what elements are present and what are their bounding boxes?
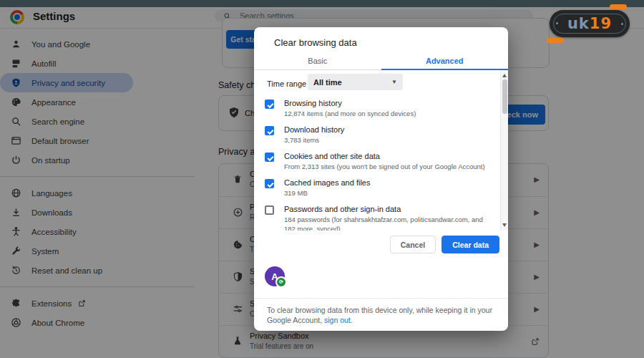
- dialog-divider: [254, 298, 508, 299]
- option-title: Passwords and other sign-in data: [284, 205, 487, 214]
- checkbox[interactable]: [265, 179, 274, 188]
- option-subtitle: From 2,313 sites (you won't be signed ou…: [284, 162, 487, 171]
- time-range-value: All time: [313, 78, 342, 87]
- option-cached-images[interactable]: Cached images and files 319 MB: [265, 178, 494, 198]
- option-title: Cookies and other site data: [284, 152, 487, 161]
- clear-data-options: Browsing history 12,874 items (and more …: [265, 99, 494, 231]
- option-download-history[interactable]: Download history 3,783 items: [265, 125, 494, 145]
- watermark-dot: [556, 22, 558, 24]
- checkbox[interactable]: [265, 126, 274, 135]
- clear-data-button[interactable]: Clear data: [441, 236, 499, 253]
- watermark-dot: [621, 23, 623, 25]
- watermark-orange-bar: [610, 4, 627, 9]
- sign-out-link[interactable]: sign out: [324, 316, 351, 324]
- option-title: Download history: [284, 125, 487, 135]
- note-text: Account,: [293, 316, 324, 324]
- checkbox[interactable]: [265, 205, 274, 215]
- account-avatar: A ⟳: [265, 266, 285, 286]
- time-range-label: Time range: [267, 79, 306, 88]
- option-subtitle: 12,874 items (and more on synced devices…: [284, 109, 487, 118]
- dialog-actions: Cancel Clear data: [390, 236, 499, 253]
- watermark-pill: uk19: [550, 10, 630, 37]
- sign-out-note: To clear browsing data from this device …: [267, 305, 497, 325]
- checkbox[interactable]: [265, 100, 274, 109]
- tab-basic[interactable]: Basic: [254, 54, 381, 69]
- option-cookies[interactable]: Cookies and other site data From 2,313 s…: [265, 152, 494, 171]
- cancel-button[interactable]: Cancel: [390, 236, 436, 253]
- option-passwords[interactable]: Passwords and other sign-in data 184 pas…: [265, 205, 494, 231]
- watermark-orange-bar: [547, 38, 564, 43]
- tab-advanced[interactable]: Advanced: [381, 54, 509, 70]
- option-subtitle: 3,783 items: [284, 135, 487, 145]
- clear-browsing-data-dialog: Clear browsing data Basic Advanced Time …: [254, 27, 508, 331]
- option-subtitle: 184 passwords (for shahrsakhtafzar.com, …: [284, 215, 487, 231]
- sync-badge-icon: ⟳: [275, 276, 287, 288]
- dialog-scrollbar[interactable]: [500, 70, 508, 231]
- option-title: Cached images and files: [284, 178, 487, 188]
- dialog-title: Clear browsing data: [274, 37, 357, 48]
- dialog-scroll-area: Time range All time ▼ Browsing history 1…: [254, 70, 508, 231]
- dialog-tabs: Basic Advanced: [254, 54, 508, 70]
- option-subtitle: 319 MB: [284, 188, 487, 198]
- watermark-text-left: uk: [567, 15, 590, 32]
- watermark-text-right: 19: [590, 15, 612, 32]
- note-text: .: [351, 316, 353, 324]
- option-title: Browsing history: [284, 99, 487, 108]
- scrollbar-up-arrow[interactable]: [502, 74, 507, 77]
- checkbox[interactable]: [265, 153, 274, 162]
- scrollbar-thumb[interactable]: [502, 79, 507, 114]
- scrollbar-down-arrow[interactable]: [502, 223, 507, 227]
- chevron-down-icon: ▼: [391, 79, 397, 85]
- time-range-select[interactable]: All time ▼: [308, 74, 403, 90]
- uk19-watermark-logo: uk19: [545, 1, 635, 46]
- option-browsing-history[interactable]: Browsing history 12,874 items (and more …: [265, 99, 494, 118]
